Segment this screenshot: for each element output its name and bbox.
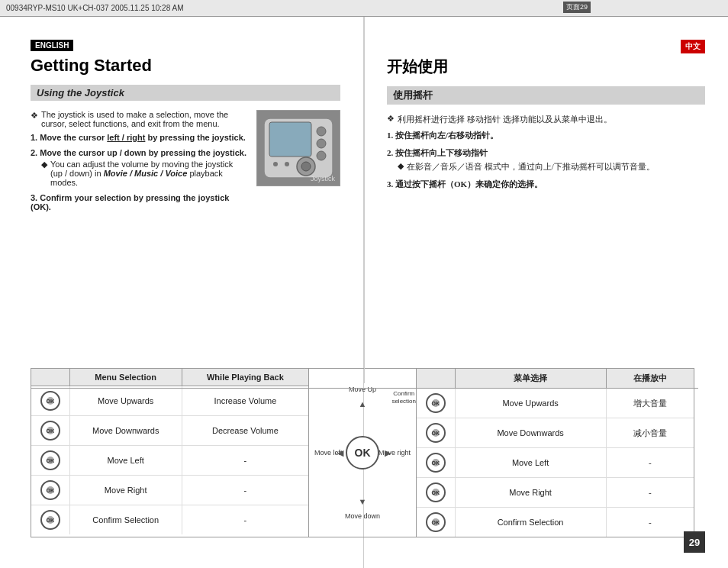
right-row3-col2: - [606,448,694,478]
right-arrow: ▶ [385,448,391,458]
ok-btn-cell-r: OK [417,508,455,537]
joystick-label: Joystick [311,175,335,182]
move-down-label: Move down [345,512,380,520]
content-with-image: ❖ The joystick is used to make a selecti… [31,110,340,218]
left-table-content: Menu Selection While Playing Back OK Mov… [31,369,308,534]
item-1: 1. Move the cursor left / right by press… [31,133,247,142]
svg-rect-1 [269,122,311,157]
center-diagram: OK Move Up ▲ Move down ▼ Move left ◀ Mov… [309,368,416,537]
left-row2-col1: Move Downwards [69,416,182,446]
page-number: 29 [684,531,705,553]
left-section-title: Getting Started [31,56,340,76]
left-row4-col2: - [182,476,308,505]
left-table: Menu Selection While Playing Back OK Mov… [31,368,309,537]
right-col1-header [417,369,455,389]
left-row5-col1: Confirm Selection [69,505,182,535]
left-col1-header [31,369,69,386]
cn-item-3-text: 3. 通过按下摇杆（OK）来确定你的选择。 [387,179,543,189]
cn-intro-bullet: ❖ 利用摇杆进行选择 移动指针 选择功能以及从菜单中退出。 [387,114,705,125]
table-row: OK Confirm Selection - [417,508,694,537]
table-row: OK Move Right - [31,476,308,505]
item-3: 3. Confirm your selection by pressing th… [31,193,247,211]
cn-content: ❖ 利用摇杆进行选择 移动指针 选择功能以及从菜单中退出。 1. 按住摇杆向左/… [387,114,705,190]
left-row4-col1: Move Right [69,476,182,505]
svg-point-7 [273,162,278,166]
header-text: 00934RYP-MS10 UK+CH-037 2005.11.25 10:28… [6,4,183,12]
cn-bullet-sym: ❖ [387,114,395,125]
vertical-divider [364,17,365,383]
right-row3-col1: Move Left [455,448,606,478]
joystick-svg [260,115,337,182]
cn-sub-diamond: ◆ [398,161,404,173]
text-block: ❖ The joystick is used to make a selecti… [31,110,247,218]
table-row: OK Move Upwards 增大音量 [417,389,694,418]
cn-intro-text: 利用摇杆进行选择 移动指针 选择功能以及从菜单中退出。 [398,114,612,125]
table-row: OK Move Left - [31,446,308,476]
svg-point-4 [317,151,326,160]
item-1-text: Move the cursor left / right by pressing… [40,133,246,142]
right-titles: 开始使用 [387,40,448,86]
item-2-sub: ◆ You can adjust the volume by moving th… [41,160,247,187]
ok-btn-cell: OK [31,416,69,446]
header-bar: 00934RYP-MS10 UK+CH-037 2005.11.25 10:28… [0,0,728,17]
right-row4-col2: - [606,478,694,508]
cn-item-1-text: 1. 按住摇杆向左/右移动指针。 [387,131,498,140]
svg-point-8 [285,162,289,166]
confirm-label: Confirmselection [391,390,416,405]
left-col3-header: While Playing Back [182,369,308,386]
ok-btn-cell-r: OK [417,448,455,478]
cn-item-2-text: 2. 按住摇杆向上下移动指针 [387,148,488,157]
right-header-row: 开始使用 中文 [387,40,705,86]
item-2-text: 2. Move the cursor up / down by pressing… [31,148,246,157]
table-row: OK Move Right - [417,478,694,508]
divider-line [31,388,698,389]
left-row1-col1: Move Upwards [69,386,182,416]
ok-btn-cell: OK [31,476,69,505]
joystick-image: Joystick [256,110,340,186]
table-section: Menu Selection While Playing Back OK Mov… [31,368,698,537]
left-arrow: ◀ [337,448,343,458]
item-2-label: 2. Move the cursor up / down by pressing… [31,148,247,157]
lang-badge-en: ENGLISH [31,40,73,51]
ok-btn-cell: OK [31,505,69,535]
sub-diamond: ◆ [41,160,47,187]
right-row1-col1: Move Upwards [455,389,606,418]
left-subtitle-bar: Using the Joystick [31,85,340,101]
svg-point-6 [301,162,311,171]
ok-btn-cell-r: OK [417,478,455,508]
ok-btn-cell-r: OK [417,418,455,448]
right-col2-header: 菜单选择 [455,369,606,389]
right-subtitle: 使用摇杆 [393,89,433,102]
item-2-sub-text: You can adjust the volume by moving the … [50,160,247,187]
right-row2-col2: 减小音量 [606,418,694,448]
item-1-label: 1. Move the cursor left / right by press… [31,133,247,142]
intro-bullet: ❖ The joystick is used to make a selecti… [31,110,247,128]
right-subtitle-bar: 使用摇杆 [387,86,705,105]
cn-item-2-sub-text: 在影音／音乐／语音 模式中，通过向上/下推动摇杆可以调节音量。 [407,161,655,173]
left-row5-col2: - [182,505,308,535]
ok-btn-cell: OK [31,446,69,476]
left-col2-header: Menu Selection [69,369,182,386]
right-table: 菜单选择 在播放中 OK Move Upwards 增大音量 OK Move D… [416,368,694,537]
right-row5-col2: - [606,508,694,537]
table-row: OK Confirm Selection - [31,505,308,535]
svg-point-2 [317,127,326,136]
lang-badge-cn: 中文 [681,40,705,53]
item-3-text: 3. Confirm your selection by pressing th… [31,193,229,211]
cn-item-1: 1. 按住摇杆向左/右移动指针。 [387,130,705,141]
intro-bullet-text: The joystick is used to make a selection… [41,110,247,128]
item-1-num: 1. [31,133,40,142]
table-row: OK Move Downwards Decrease Volume [31,416,308,446]
left-row3-col2: - [182,446,308,476]
right-table-content: 菜单选择 在播放中 OK Move Upwards 增大音量 OK Move D… [417,369,694,537]
ok-center-circle: OK [346,436,379,470]
item-2: 2. Move the cursor up / down by pressing… [31,148,247,187]
left-row1-col2: Increase Volume [182,386,308,416]
cn-item-3: 3. 通过按下摇杆（OK）来确定你的选择。 [387,179,705,190]
right-row4-col1: Move Right [455,478,606,508]
right-col3-header: 在播放中 [606,369,694,389]
left-row2-col2: Decrease Volume [182,416,308,446]
svg-point-3 [317,139,326,148]
table-row: OK Move Left - [417,448,694,478]
header-page-label: 页面29 [563,2,591,13]
